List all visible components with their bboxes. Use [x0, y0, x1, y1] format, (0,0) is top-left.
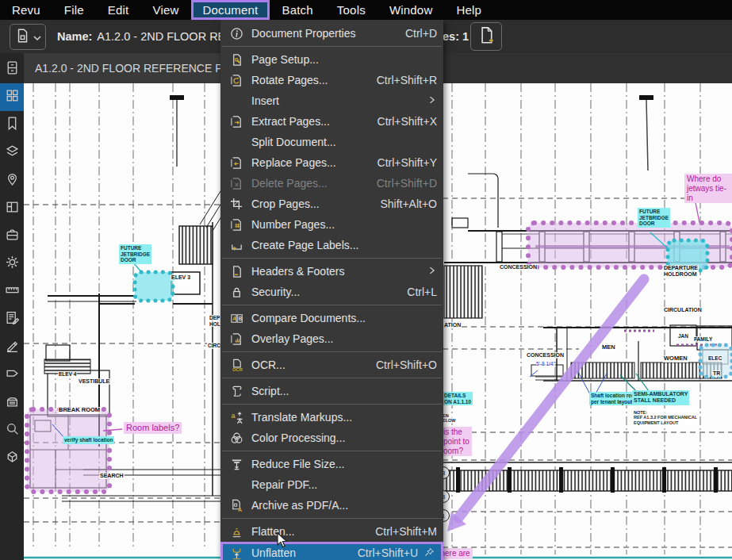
menu-item-extract-pages[interactable]: Extract Pages...Ctrl+Shift+X — [220, 111, 443, 132]
menu-item-number-pages[interactable]: Number Pages... — [220, 214, 443, 235]
compare-documents-icon: AB — [228, 311, 245, 325]
layers-icon — [5, 144, 20, 162]
plan-label-elev4: ELEV 4 — [58, 371, 77, 378]
plan-label-verify-shaft: verify shaft location — [63, 436, 114, 444]
menu-item-insert[interactable]: Insert — [220, 90, 443, 111]
delete-pages-icon — [228, 176, 245, 190]
menubar-item-document[interactable]: Document — [191, 0, 270, 20]
number-pages-icon — [228, 217, 245, 232]
menu-item-unflatten[interactable]: UnflattenCtrl+Shift+U — [220, 542, 443, 560]
plan-label-is-the: is the point to oom? — [441, 427, 472, 456]
ocr-icon: OCR — [228, 358, 245, 372]
sidebar-tool-chest-button[interactable] — [0, 222, 24, 250]
no-icon — [228, 94, 245, 108]
document-tab[interactable]: A1.2.0 - 2ND FLOOR REFERENCE PL — [24, 53, 240, 83]
sidebar-tag-button[interactable] — [0, 361, 24, 389]
menu-item-delete-pages[interactable]: Delete Pages...Ctrl+Shift+D — [220, 173, 443, 194]
menu-item-script[interactable]: Script... — [220, 381, 443, 401]
plan-label-vestibule: VESTIBULE — [78, 378, 110, 385]
menubar-item-view[interactable]: View — [140, 0, 190, 20]
sidebar-measurements-button[interactable] — [0, 278, 24, 305]
tool-chest-icon — [5, 227, 20, 245]
rotate-pages-icon — [228, 73, 245, 87]
menu-item-split-document[interactable]: Split Document... — [220, 132, 443, 152]
menu-item-translate-markups[interactable]: aTranslate Markups... — [220, 407, 443, 428]
menubar-item-help[interactable]: Help — [444, 0, 493, 20]
submenu-chevron-icon — [427, 94, 437, 107]
sidebar-spaces-button[interactable] — [0, 194, 24, 222]
plan-label-concession-top: CONCESSION — [499, 264, 538, 270]
menubar-item-revu[interactable]: Revu — [0, 0, 52, 20]
plan-label-en-elow: EN ELOW — [443, 413, 456, 424]
sidebar-signatures-button[interactable] — [0, 333, 24, 361]
sidebar-places-button[interactable] — [0, 167, 24, 194]
plan-label-dep-hol: DEP HOL — [209, 315, 221, 327]
svg-text:B: B — [238, 315, 242, 320]
menu-item-label: Color Processing... — [251, 432, 437, 444]
menu-item-label: Reduce File Size... — [251, 458, 437, 470]
sidebar-settings-button[interactable] — [0, 250, 24, 278]
plan-label-where-jetways: Where do jetways tie-in — [684, 174, 732, 203]
menu-item-repair-pdf[interactable]: Repair PDF... — [220, 474, 443, 495]
menu-item-shortcut: Ctrl+L — [407, 286, 437, 298]
plan-label-room-labels: Room labels? — [124, 422, 182, 434]
document-menu-dropdown: Document PropertiesCtrl+DPage Setup...Ro… — [220, 20, 443, 560]
sidebar-file-access-button[interactable] — [0, 56, 24, 83]
plan-label-men: MEN — [601, 344, 616, 351]
menu-item-flatten[interactable]: Flatten...Ctrl+Shift+M — [220, 521, 443, 542]
archive-pdfa-icon: A — [228, 498, 245, 512]
plan-label-break-room: BREAK ROOM — [58, 407, 101, 414]
menubar-item-window[interactable]: Window — [377, 0, 445, 20]
menu-item-reduce-file-size[interactable]: Reduce File Size... — [220, 454, 443, 474]
menu-item-shortcut: Ctrl+D — [405, 27, 437, 40]
menu-item-color-processing[interactable]: Color Processing... — [220, 428, 443, 448]
menu-item-overlay-pages[interactable]: Overlay Pages... — [220, 328, 443, 349]
menu-item-compare-documents[interactable]: ABCompare Documents... — [220, 308, 443, 328]
menu-item-create-page-labels[interactable]: Create Page Labels... — [220, 235, 443, 255]
plan-label-circulation-right: CIRCULATION — [663, 307, 703, 313]
plan-label-jan: JAN — [677, 333, 689, 339]
menu-item-label: Number Pages... — [251, 218, 437, 231]
menu-separator — [222, 351, 442, 352]
page-setup-icon — [228, 52, 245, 67]
menu-item-headers-footers[interactable]: Headers & Footers — [220, 261, 443, 282]
sidebar-layers-button[interactable] — [0, 139, 24, 167]
sidebar-sets-button[interactable] — [0, 389, 24, 416]
menu-item-label: Rotate Pages... — [251, 74, 370, 86]
sidebar-bookmarks-button[interactable] — [0, 111, 24, 139]
sidebar-model-3d-button[interactable] — [0, 444, 24, 472]
mouse-cursor — [276, 532, 289, 553]
create-page-labels-icon — [228, 238, 245, 252]
menu-item-document-properties[interactable]: Document PropertiesCtrl+D — [220, 23, 443, 44]
menu-item-label: Delete Pages... — [251, 177, 370, 190]
menubar-item-tools[interactable]: Tools — [325, 0, 377, 20]
sidebar-markups-list-button[interactable] — [0, 305, 24, 333]
panel-sidebar — [0, 53, 24, 560]
document-select-button[interactable] — [10, 24, 46, 50]
svg-text:a: a — [231, 411, 236, 419]
menubar-item-file[interactable]: File — [52, 0, 96, 20]
menu-item-archive-as-pdf-a[interactable]: AArchive as PDF/A... — [220, 495, 443, 516]
sidebar-thumbnails-button[interactable] — [0, 83, 24, 111]
plan-label-fjd-right: FUTURE JETBRIDGE DOOR — [638, 208, 670, 228]
menubar-item-edit[interactable]: Edit — [96, 0, 141, 20]
menu-item-label: Unflatten — [251, 547, 351, 559]
menu-item-crop-pages[interactable]: Crop Pages...Shift+Alt+O — [220, 194, 443, 214]
menu-item-security[interactable]: Security...Ctrl+L — [220, 282, 443, 302]
name-label: Name: — [57, 30, 92, 43]
thumbnails-icon — [5, 88, 20, 106]
menu-item-replace-pages[interactable]: Replace Pages...Ctrl+Shift+Y — [220, 152, 443, 173]
menu-item-rotate-pages[interactable]: Rotate Pages...Ctrl+Shift+R — [220, 70, 443, 90]
signatures-icon — [5, 338, 20, 356]
menubar-item-batch[interactable]: Batch — [270, 0, 324, 20]
new-page-button[interactable] — [470, 22, 502, 51]
pin-icon[interactable] — [423, 547, 435, 558]
overlay-pages-icon — [228, 332, 245, 346]
menu-item-ocr[interactable]: OCROCR...Ctrl+Shift+O — [220, 355, 443, 375]
menu-separator — [222, 305, 442, 305]
menu-item-label: Script... — [251, 385, 437, 397]
menu-item-page-setup[interactable]: Page Setup... — [220, 49, 443, 70]
document-tab-title: A1.2.0 - 2ND FLOOR REFERENCE PL — [35, 62, 228, 75]
menu-item-shortcut: Ctrl+Shift+Y — [377, 156, 437, 169]
sidebar-search-button[interactable] — [0, 416, 24, 444]
